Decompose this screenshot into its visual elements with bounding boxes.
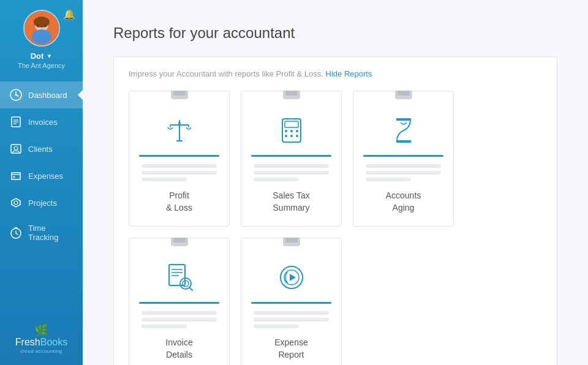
report-card-expense-report[interactable]: ExpenseReport <box>241 238 342 365</box>
card-clip <box>171 91 188 99</box>
card-clip <box>395 91 412 99</box>
svg-point-31 <box>296 130 298 132</box>
card-lines <box>141 164 216 181</box>
sidebar-item-label: Invoices <box>28 118 58 127</box>
invoice-details-icon <box>161 259 198 296</box>
card-divider <box>363 155 443 157</box>
svg-point-33 <box>290 135 293 137</box>
sidebar-item-expenses[interactable]: Expenses <box>0 162 83 189</box>
sidebar-top: 🔔 Dot ▼ The Ant Agency <box>0 0 83 75</box>
card-label-sales-tax: Sales TaxSummary <box>273 190 309 214</box>
leaf-icon: 🌿 <box>34 323 48 337</box>
report-card-invoice-details[interactable]: InvoiceDetails <box>129 238 230 365</box>
card-divider <box>251 302 331 304</box>
card-divider <box>139 302 219 304</box>
card-clip <box>171 238 188 246</box>
svg-point-14 <box>13 176 15 178</box>
sidebar-item-label: Time Tracking <box>28 224 73 242</box>
sidebar-item-time-tracking[interactable]: Time Tracking <box>0 216 83 249</box>
user-company: The Ant Agency <box>18 62 65 69</box>
card-label-profit-loss: Profit& Loss <box>166 190 192 214</box>
card-divider <box>251 155 331 157</box>
svg-point-3 <box>34 17 50 28</box>
sidebar-item-clients[interactable]: Clients <box>0 135 83 162</box>
sidebar-item-label: Projects <box>28 198 57 208</box>
svg-point-30 <box>290 130 293 132</box>
avatar[interactable] <box>23 10 60 47</box>
freshbooks-books: Books <box>40 337 67 347</box>
sidebar-item-projects[interactable]: Projects <box>0 189 83 216</box>
page-title: Reports for your accountant <box>113 24 557 42</box>
sidebar-item-dashboard[interactable]: Dashboard <box>0 81 83 108</box>
freshbooks-tagline: cloud accounting <box>20 348 62 354</box>
user-dropdown-arrow[interactable]: ▼ <box>46 53 52 59</box>
svg-point-29 <box>285 130 287 132</box>
card-divider <box>139 155 219 157</box>
sidebar-item-label: Clients <box>28 145 53 154</box>
card-clip <box>283 91 300 99</box>
svg-point-2 <box>32 29 51 44</box>
svg-line-19 <box>16 233 18 235</box>
user-info[interactable]: Dot ▼ <box>31 51 53 61</box>
expense-report-icon <box>273 259 310 296</box>
svg-rect-28 <box>285 121 298 127</box>
svg-point-4 <box>37 24 39 28</box>
svg-point-32 <box>285 135 287 137</box>
user-name: Dot <box>31 51 44 61</box>
card-label-accounts-aging: AccountsAging <box>386 190 421 214</box>
card-clip <box>283 238 300 246</box>
report-card-sales-tax[interactable]: Sales TaxSummary <box>241 91 342 227</box>
sidebar-item-label: Dashboard <box>28 91 67 100</box>
profit-loss-icon <box>161 112 198 149</box>
card-label-expense-report: ExpenseReport <box>274 337 307 361</box>
freshbooks-fresh: Fresh <box>15 337 40 347</box>
svg-point-26 <box>178 122 181 124</box>
card-lines <box>141 311 216 328</box>
freshbooks-wordmark: FreshBooks <box>15 337 67 348</box>
svg-point-7 <box>15 94 17 96</box>
freshbooks-logo-mark: 🌿 <box>34 323 48 337</box>
report-card-accounts-aging[interactable]: AccountsAging <box>353 91 454 227</box>
avatar-image <box>24 11 59 45</box>
svg-point-13 <box>14 146 18 150</box>
cards-grid: Profit& Loss <box>129 91 542 365</box>
sales-tax-icon <box>273 112 310 149</box>
sidebar-nav: Dashboard Invoices Clients <box>0 81 83 317</box>
svg-point-34 <box>296 135 298 137</box>
bell-icon[interactable]: 🔔 <box>63 9 75 20</box>
freshbooks-logo: 🌿 FreshBooks cloud accounting <box>15 317 67 365</box>
report-card-profit-loss[interactable]: Profit& Loss <box>129 91 230 227</box>
sidebar: 🔔 Dot ▼ The Ant Agency <box>0 0 83 365</box>
card-lines <box>366 164 440 181</box>
reports-container: Impress your Accountant with reports lik… <box>113 56 557 365</box>
sidebar-item-invoices[interactable]: Invoices <box>0 108 83 135</box>
accounts-aging-icon <box>385 112 422 149</box>
reports-subtitle: Impress your Accountant with reports lik… <box>129 69 542 78</box>
svg-line-43 <box>189 287 192 290</box>
card-label-invoice-details: InvoiceDetails <box>165 337 192 361</box>
main-content: Reports for your accountant Impress your… <box>83 0 588 365</box>
sidebar-item-label: Expenses <box>28 171 63 181</box>
svg-point-16 <box>14 201 18 205</box>
card-lines <box>254 311 328 328</box>
card-lines <box>254 164 328 181</box>
hide-reports-link[interactable]: Hide Reports <box>326 69 372 78</box>
svg-marker-15 <box>12 198 20 207</box>
svg-point-5 <box>44 24 47 28</box>
